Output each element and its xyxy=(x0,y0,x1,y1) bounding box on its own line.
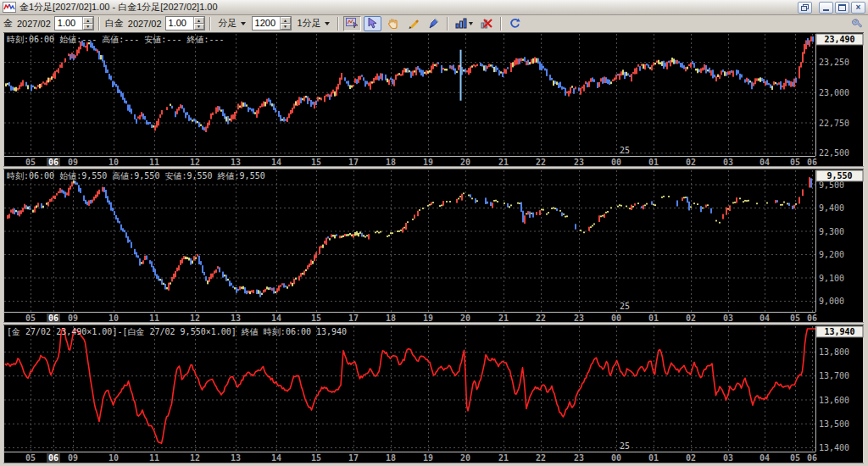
gold-chart-panel[interactable]: 0506091011121314151718192021222300010203… xyxy=(0,32,868,167)
minimize-button[interactable] xyxy=(819,2,833,14)
svg-text:9,000: 9,000 xyxy=(819,297,844,306)
svg-text:22: 22 xyxy=(536,158,546,167)
svg-text:17: 17 xyxy=(348,453,359,463)
chart-style-button[interactable] xyxy=(453,16,476,31)
gold-symbol-label: 金 xyxy=(3,17,14,30)
svg-text:22: 22 xyxy=(536,313,546,323)
svg-text:02: 02 xyxy=(686,453,696,463)
svg-text:9,100: 9,100 xyxy=(819,274,844,283)
minimize-icon xyxy=(823,9,829,11)
maximize-button[interactable] xyxy=(835,2,849,14)
spread-chart-panel[interactable]: 0506091011121314151718192021222300010203… xyxy=(0,325,868,463)
gold-contract-label: 2027/02 xyxy=(16,19,52,29)
svg-text:14: 14 xyxy=(271,453,281,463)
svg-text:00: 00 xyxy=(611,453,621,463)
platinum-multiplier-value[interactable]: 1.00 xyxy=(166,17,193,30)
svg-text:06: 06 xyxy=(48,453,58,463)
svg-text:13,800: 13,800 xyxy=(819,347,849,357)
spin-up-button[interactable]: ▲ xyxy=(83,17,93,24)
spin-down-button[interactable]: ▼ xyxy=(194,24,204,31)
clear-chart-button[interactable] xyxy=(478,16,496,31)
svg-text:00: 00 xyxy=(611,313,621,323)
bar-type-dropdown[interactable]: 分足 xyxy=(215,17,249,31)
svg-text:12: 12 xyxy=(190,453,200,463)
svg-text:05: 05 xyxy=(25,313,36,323)
svg-text:11: 11 xyxy=(149,453,159,463)
gold-multiplier-spinner[interactable]: 1.00 ▲▼ xyxy=(54,16,94,31)
svg-text:13,940: 13,940 xyxy=(824,327,854,336)
platinum-multiplier-spinner[interactable]: 1.00 ▲▼ xyxy=(165,16,205,31)
toolbar-separator xyxy=(447,17,448,31)
svg-text:06: 06 xyxy=(48,158,58,167)
svg-text:23: 23 xyxy=(574,158,584,167)
svg-text:13: 13 xyxy=(231,158,241,167)
toolbar: 金 2027/02 1.00 ▲▼ 白金 2027/02 1.00 ▲▼ 分足 … xyxy=(0,15,868,32)
toolbar-separator xyxy=(209,17,211,31)
chart-area: 0506091011121314151718192021222300010203… xyxy=(0,31,868,466)
svg-text:15: 15 xyxy=(311,313,321,323)
window-titlebar[interactable]: 金1分足[2027/02]1.00 - 白金1分足[2027/02]1.00 × xyxy=(0,0,868,15)
chevron-down-icon xyxy=(241,22,246,25)
close-button[interactable]: × xyxy=(851,2,865,14)
svg-text:25: 25 xyxy=(620,146,630,155)
svg-text:02: 02 xyxy=(686,158,696,167)
chart-cursor-icon xyxy=(346,18,359,29)
svg-text:09: 09 xyxy=(68,313,78,323)
白金 1分足 (Platinum 1-minute)[interactable]: 0506091011121314151718192021222300010203… xyxy=(0,169,868,323)
float-window-button[interactable] xyxy=(798,2,812,14)
svg-text:22,500: 22,500 xyxy=(819,148,849,158)
svg-text:19: 19 xyxy=(423,158,433,167)
svg-text:23: 23 xyxy=(574,453,584,463)
gold-multiplier-value[interactable]: 1.00 xyxy=(55,17,82,30)
bar-count-value[interactable]: 1200 xyxy=(253,17,280,30)
svg-text:05: 05 xyxy=(25,453,36,463)
cursor-arrow-icon xyxy=(368,18,377,29)
svg-text:06: 06 xyxy=(807,313,817,323)
svg-text:18: 18 xyxy=(386,453,396,463)
pencil-tool-button[interactable] xyxy=(404,16,422,31)
スプレッド 金-白金 (Gold minus Platinum spread)[interactable]: 0506091011121314151718192021222300010203… xyxy=(0,325,868,463)
period-dropdown[interactable]: 1分足 xyxy=(294,17,333,31)
金 1分足 (Gold 1-minute)[interactable]: 0506091011121314151718192021222300010203… xyxy=(0,32,868,167)
svg-text:13: 13 xyxy=(231,313,241,323)
svg-text:03: 03 xyxy=(723,313,733,323)
svg-text:06: 06 xyxy=(807,453,817,463)
svg-text:01: 01 xyxy=(648,453,659,463)
spin-up-button[interactable]: ▲ xyxy=(281,17,291,24)
hand-icon xyxy=(387,18,398,29)
svg-text:19: 19 xyxy=(423,453,433,463)
svg-text:14: 14 xyxy=(271,313,281,323)
svg-text:06: 06 xyxy=(807,158,817,167)
svg-text:01: 01 xyxy=(648,313,659,323)
svg-text:20: 20 xyxy=(460,313,470,323)
svg-text:10: 10 xyxy=(108,158,119,167)
svg-text:20: 20 xyxy=(460,158,470,167)
bar-count-spinner[interactable]: 1200 ▲▼ xyxy=(252,16,292,31)
svg-text:23,490: 23,490 xyxy=(824,35,854,44)
settings-wrench-button[interactable] xyxy=(848,16,865,31)
toolbar-separator xyxy=(500,17,502,31)
svg-text:12: 12 xyxy=(190,313,200,323)
pen-tool-button[interactable] xyxy=(425,16,442,31)
maximize-icon xyxy=(838,4,846,11)
pen-icon xyxy=(428,18,439,29)
svg-text:21: 21 xyxy=(498,158,509,167)
svg-text:05: 05 xyxy=(25,158,36,167)
svg-text:13,500: 13,500 xyxy=(819,419,849,429)
platinum-chart-panel[interactable]: 0506091011121314151718192021222300010203… xyxy=(0,169,868,323)
ohlc-info-line: 時刻:06:00 始値:9,550 高値:9,550 安値:9,550 終値:9… xyxy=(7,171,265,180)
svg-text:05: 05 xyxy=(790,313,800,323)
svg-text:03: 03 xyxy=(723,453,733,463)
reload-button[interactable] xyxy=(506,16,524,31)
svg-text:15: 15 xyxy=(311,158,321,167)
svg-text:04: 04 xyxy=(760,313,770,323)
spin-down-button[interactable]: ▼ xyxy=(83,24,93,31)
svg-text:09: 09 xyxy=(68,158,78,167)
spin-down-button[interactable]: ▼ xyxy=(281,24,291,31)
chart-mode-button[interactable] xyxy=(343,16,361,31)
pan-tool-button[interactable] xyxy=(384,16,402,31)
svg-text:22: 22 xyxy=(536,453,546,463)
select-tool-button[interactable] xyxy=(364,16,381,31)
svg-text:05: 05 xyxy=(790,158,800,167)
spin-up-button[interactable]: ▲ xyxy=(194,17,204,24)
